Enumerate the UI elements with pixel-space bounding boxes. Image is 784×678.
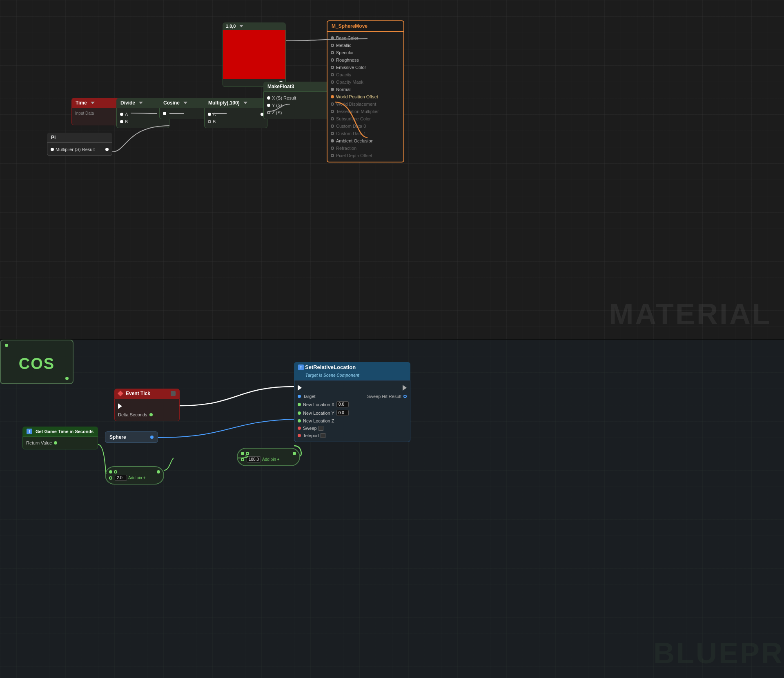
- spheremove-tess-row: Tessellation Multiplier: [327, 108, 403, 115]
- makefloat3-y-pin[interactable]: [267, 104, 270, 107]
- pi-result-pin[interactable]: [105, 148, 109, 151]
- setlocation-subtitle: Target is Scene Component: [298, 372, 359, 378]
- pixeldepth-pin: [331, 154, 334, 157]
- tess-label: Tessellation Multiplier: [336, 109, 379, 114]
- get-game-time-node[interactable]: f Get Game Time in Seconds Return Value: [22, 427, 98, 449]
- multiply-node[interactable]: Multiply(,100) A B: [204, 98, 267, 128]
- newloc-z-pin[interactable]: [298, 419, 301, 422]
- newloc-y-pin[interactable]: [298, 411, 301, 415]
- makefloat3-y-row: Y (S): [264, 102, 334, 109]
- bp-mult-input1-pin[interactable]: [109, 470, 112, 473]
- metallic-pin[interactable]: [331, 44, 334, 47]
- bp-multiply100-value[interactable]: 100.0: [247, 456, 261, 462]
- bp-multiply-node[interactable]: 2.0 Add pin +: [105, 466, 164, 485]
- makefloat3-x-left-pin[interactable]: [267, 96, 270, 100]
- specular-pin[interactable]: [331, 51, 334, 54]
- teleport-checkbox[interactable]: [321, 433, 325, 438]
- spheremove-opacitymask-row: Opacity Mask: [327, 78, 403, 86]
- worldpos-pin[interactable]: [331, 95, 334, 98]
- subsurface-label: Subsurface Color: [336, 116, 371, 121]
- setlocation-teleport-row: Teleport: [294, 432, 410, 439]
- normal-label: Normal: [336, 87, 350, 92]
- divide-a-pin-left[interactable]: [120, 113, 123, 116]
- gametime-body: Return Value: [22, 436, 98, 449]
- multiply-header: Multiply(,100): [204, 98, 267, 108]
- ao-pin[interactable]: [331, 139, 334, 142]
- cosine-dropdown-icon: [183, 102, 187, 104]
- bp-multiply-body: 2.0 Add pin +: [106, 467, 163, 484]
- bp-multiply-value-row: 2.0 Add pin +: [109, 474, 160, 481]
- makefloat3-z-pin[interactable]: [267, 111, 270, 114]
- basecolor-pin[interactable]: [331, 36, 334, 40]
- spheremove-ao-row: Ambient Occlusion: [327, 137, 403, 144]
- custom1-pin: [331, 132, 334, 135]
- normal-pin[interactable]: [331, 88, 334, 91]
- gametime-output-row: Return Value: [23, 439, 98, 447]
- spheremove-custom0-row: Custom Data 0: [327, 122, 403, 130]
- sweep-checkbox[interactable]: [318, 426, 323, 431]
- cosine-input-pin[interactable]: [163, 112, 166, 115]
- bp-add-pin-label[interactable]: Add pin +: [128, 476, 146, 480]
- pi-output-row: Multiplier (S) Result: [47, 146, 112, 153]
- roughness-pin[interactable]: [331, 58, 334, 62]
- bp-add-pin100-label[interactable]: Add pin +: [262, 457, 280, 462]
- bp-mult-input2-pin[interactable]: [114, 470, 117, 473]
- bp-mult100-input2-pin[interactable]: [246, 452, 249, 455]
- setlocation-exec-in-pin[interactable]: [298, 385, 302, 391]
- delta-seconds-pin[interactable]: [149, 413, 153, 416]
- sphere-output-pin[interactable]: [150, 436, 154, 439]
- sweephit-output-pin[interactable]: [403, 395, 407, 398]
- newloc-x-pin[interactable]: [298, 403, 301, 406]
- sphere-header: Sphere: [105, 431, 158, 443]
- gametime-output-pin[interactable]: [54, 441, 57, 445]
- target-input-pin[interactable]: [298, 395, 301, 398]
- divide-title: Divide: [120, 100, 135, 106]
- event-tick-exec-pin[interactable]: [118, 403, 122, 409]
- multiply-a-left-pin[interactable]: [208, 113, 211, 116]
- color-preview-node[interactable]: 1,0,0: [223, 22, 286, 87]
- spheremove-custom1-row: Custom Data 1: [327, 130, 403, 137]
- pi-node[interactable]: Pi Multiplier (S) Result: [47, 133, 112, 156]
- makefloat3-x-row: X (S) Result: [264, 94, 334, 102]
- bp-multiply-value[interactable]: 2.0: [115, 475, 127, 481]
- spheremove-node[interactable]: M_SphereMove Base Color Metallic Specula…: [327, 20, 404, 162]
- event-tick-icon1: [171, 391, 176, 396]
- event-tick-node[interactable]: Event Tick Delta Seconds: [114, 389, 180, 421]
- newloc-y-value[interactable]: 0.0: [336, 410, 349, 416]
- emissive-pin[interactable]: [331, 66, 334, 69]
- multiply-body: A B: [204, 108, 267, 128]
- sweep-pin[interactable]: [298, 427, 301, 430]
- bp-mult100-value-row: 100.0 Add pin +: [241, 456, 296, 463]
- bp-multiply100-node[interactable]: 100.0 Add pin +: [237, 448, 300, 466]
- cos-input-pin[interactable]: [5, 344, 8, 347]
- newloc-x-value[interactable]: 0.0: [336, 401, 349, 407]
- worldpos-label: World Position Offset: [336, 94, 378, 99]
- opacity-label: Opacity: [336, 72, 351, 77]
- makefloat3-z-row: Z (S): [264, 109, 334, 116]
- bp-mult-output-pin[interactable]: [157, 470, 160, 473]
- bp-mult100-output-pin[interactable]: [293, 452, 296, 455]
- gametime-title: Get Game Time in Seconds: [36, 429, 94, 434]
- setlocation-exec-out-pin[interactable]: [403, 385, 407, 391]
- bp-mult100-value-pin[interactable]: [241, 458, 244, 461]
- makefloat3-node[interactable]: MakeFloat3 X (S) Result Y (S) Z (S): [263, 82, 335, 119]
- sphere-node[interactable]: Sphere: [105, 431, 158, 443]
- material-watermark: MATERIAL: [609, 297, 772, 331]
- pi-output-pin[interactable]: [51, 148, 54, 151]
- dropdown-arrow-icon: [239, 25, 243, 27]
- makefloat3-y-label: Y (S): [272, 103, 282, 108]
- cos-node[interactable]: COS: [0, 340, 74, 384]
- divide-b-pin[interactable]: [120, 120, 123, 123]
- set-relative-location-node[interactable]: f SetRelativeLocation Target is Scene Co…: [294, 362, 410, 442]
- spheremove-normal-row: Normal: [327, 86, 403, 93]
- multiply-b-pin[interactable]: [208, 120, 211, 123]
- cos-output-pin[interactable]: [65, 377, 69, 380]
- spheremove-emissive-row: Emissive Color: [327, 64, 403, 71]
- bp-mult-value-pin[interactable]: [109, 476, 112, 480]
- metallic-label: Metallic: [336, 43, 351, 48]
- bp-multiply100-body: 100.0 Add pin +: [238, 449, 299, 465]
- spheremove-roughness-row: Roughness: [327, 56, 403, 64]
- spheremove-pixeldepth-row: Pixel Depth Offset: [327, 152, 403, 159]
- bp-mult100-input1-pin[interactable]: [241, 452, 244, 455]
- teleport-pin[interactable]: [298, 434, 301, 437]
